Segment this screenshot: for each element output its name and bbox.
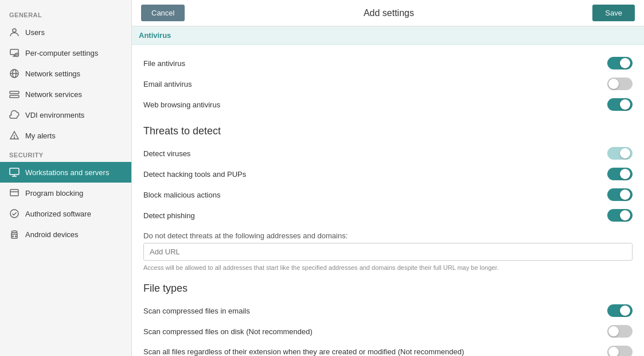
sidebar: GENERAL Users Per-computer settings	[0, 0, 132, 356]
computer-icon	[9, 48, 19, 58]
sidebar-item-authorized-software[interactable]: Authorized software	[0, 203, 131, 224]
globe-icon	[9, 68, 19, 79]
sidebar-item-label: Android devices	[25, 230, 79, 239]
threats-settings: Detect viruses Detect hacking tools and …	[143, 143, 633, 226]
sidebar-item-label: Program blocking	[25, 189, 83, 198]
header-bar: Cancel Add settings Save	[132, 0, 644, 26]
block-icon	[9, 188, 19, 198]
main-content: Cancel Add settings Save Antivirus File …	[132, 0, 644, 356]
detect-phishing-row: Detect phishing	[143, 205, 633, 226]
svg-point-0	[13, 29, 16, 32]
svg-point-11	[14, 138, 15, 138]
save-button[interactable]: Save	[592, 5, 635, 21]
detect-hacking-tools-label: Detect hacking tools and PUPs	[143, 170, 246, 179]
threats-section-heading: Threats to detect	[143, 125, 633, 137]
email-antivirus-row: Email antivirus	[143, 73, 633, 94]
settings-content: Antivirus File antivirus Email antivirus	[132, 26, 644, 356]
svg-rect-7	[10, 95, 19, 98]
monitor-icon	[9, 167, 19, 177]
sidebar-item-network-services[interactable]: Network services	[0, 84, 131, 105]
sidebar-item-workstations-and-servers[interactable]: Workstations and servers	[0, 162, 131, 183]
web-browsing-antivirus-label: Web browsing antivirus	[143, 100, 220, 109]
alert-icon	[9, 130, 19, 141]
email-antivirus-label: Email antivirus	[143, 80, 192, 88]
sidebar-item-program-blocking[interactable]: Program blocking	[0, 183, 131, 203]
scan-all-files-row: Scan all files regardless of their exten…	[143, 342, 633, 356]
scan-compressed-disk-label: Scan compressed files on disk (Not recom…	[143, 327, 313, 336]
svg-rect-15	[10, 189, 18, 196]
detect-phishing-label: Detect phishing	[143, 211, 195, 220]
web-browsing-antivirus-row: Web browsing antivirus	[143, 94, 633, 115]
sidebar-item-label: Workstations and servers	[25, 168, 109, 177]
web-browsing-antivirus-toggle[interactable]	[607, 98, 633, 111]
scan-compressed-emails-row: Scan compressed files in emails	[143, 300, 633, 321]
scan-compressed-emails-toggle[interactable]	[607, 304, 633, 317]
file-types-settings: Scan compressed files in emails Scan com…	[143, 300, 633, 356]
general-section-label: GENERAL	[0, 6, 131, 22]
block-malicious-actions-toggle[interactable]	[607, 188, 633, 201]
scan-compressed-disk-row: Scan compressed files on disk (Not recom…	[143, 321, 633, 342]
detect-viruses-label: Detect viruses	[143, 149, 190, 158]
svg-rect-18	[11, 233, 17, 238]
security-section-label: SECURITY	[0, 146, 131, 162]
sidebar-item-vdi-environments[interactable]: VDI environments	[0, 105, 131, 125]
scan-compressed-disk-toggle[interactable]	[607, 325, 633, 338]
sidebar-item-label: Network services	[25, 90, 82, 99]
sidebar-item-label: My alerts	[25, 131, 56, 140]
network-icon	[9, 89, 19, 99]
file-antivirus-row: File antivirus	[143, 53, 633, 73]
android-icon	[9, 229, 19, 239]
scan-all-files-toggle[interactable]	[607, 346, 633, 356]
detect-phishing-toggle[interactable]	[607, 209, 633, 222]
sidebar-item-label: Network settings	[25, 69, 80, 78]
sidebar-item-label: Per-computer settings	[25, 49, 98, 57]
antivirus-section-header: Antivirus	[132, 26, 644, 45]
sidebar-item-label: VDI environments	[25, 111, 84, 119]
sidebar-item-android-devices[interactable]: Android devices	[0, 224, 131, 245]
detect-hacking-tools-toggle[interactable]	[607, 168, 633, 180]
detect-viruses-toggle[interactable]	[607, 147, 633, 160]
file-types-section-heading: File types	[143, 283, 633, 295]
block-malicious-actions-row: Block malicious actions	[143, 184, 633, 205]
scan-all-files-label: Scan all files regardless of their exten…	[143, 347, 464, 356]
sidebar-item-network-settings[interactable]: Network settings	[0, 63, 131, 84]
detect-hacking-tools-row: Detect hacking tools and PUPs	[143, 164, 633, 184]
file-antivirus-toggle[interactable]	[607, 57, 633, 69]
scan-compressed-emails-label: Scan compressed files in emails	[143, 307, 250, 315]
file-antivirus-label: File antivirus	[143, 59, 185, 68]
email-antivirus-toggle[interactable]	[607, 78, 633, 90]
user-icon	[9, 27, 19, 37]
sidebar-item-my-alerts[interactable]: My alerts	[0, 125, 131, 146]
detect-viruses-row: Detect viruses	[143, 143, 633, 164]
block-malicious-actions-label: Block malicious actions	[143, 191, 220, 199]
antivirus-settings: File antivirus Email antivirus Web brows…	[143, 53, 633, 115]
url-help-text: Access will be allowed to all addresses …	[143, 264, 633, 272]
cancel-button[interactable]: Cancel	[141, 5, 185, 21]
svg-point-17	[10, 210, 18, 218]
url-input[interactable]	[143, 243, 633, 261]
sidebar-item-users[interactable]: Users	[0, 22, 131, 42]
svg-point-20	[15, 236, 17, 237]
svg-rect-12	[10, 168, 19, 175]
sidebar-item-label: Authorized software	[25, 210, 91, 218]
url-section-label: Do not detect threats at the following a…	[143, 231, 633, 240]
sidebar-item-per-computer-settings[interactable]: Per-computer settings	[0, 42, 131, 63]
cloud-icon	[9, 110, 19, 120]
check-circle-icon	[9, 208, 19, 219]
sidebar-item-label: Users	[25, 28, 45, 37]
page-title: Add settings	[364, 8, 414, 18]
svg-point-19	[13, 236, 14, 237]
svg-rect-6	[10, 91, 19, 94]
